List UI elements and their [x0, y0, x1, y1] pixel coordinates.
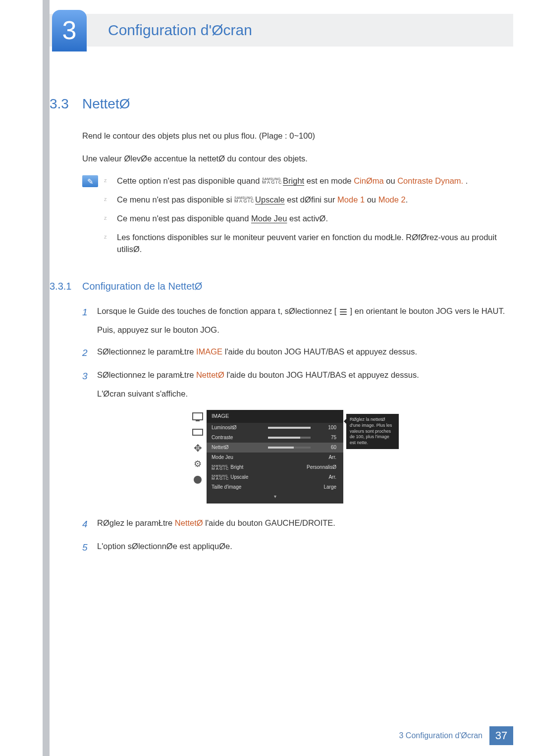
note-text: Cette option n'est pas disponible quand	[117, 176, 262, 185]
step-item: 2 SØlectionnez le paramŁtre IMAGE l'aide…	[82, 346, 505, 360]
osd-panel: IMAGE LuminositØ100Contraste75NettetØ60M…	[207, 410, 343, 503]
note-text: Les fonctions disponibles sur le moniteu…	[117, 232, 505, 255]
note-item: z Ce menu n'est pas disponible si SAMSUN…	[104, 194, 505, 206]
osd-row-label: Mode Jeu	[212, 454, 272, 461]
step-number: 5	[82, 541, 97, 554]
note-item: z Ce menu n'est pas disponible quand Mod…	[104, 213, 505, 225]
step-text: SØlectionnez le paramŁtre NettetØ l'aide…	[97, 369, 505, 381]
rectangle-icon	[192, 428, 203, 437]
left-margin-bar	[43, 0, 50, 756]
osd-row-label: Contraste	[212, 434, 268, 442]
step-text: Puis, appuyez sur le bouton JOG.	[97, 324, 505, 336]
osd-row-label: SAMSUNGMAGICUpscale	[212, 474, 272, 481]
osd-row: NettetØ60	[207, 443, 343, 453]
move-icon	[192, 444, 203, 453]
osd-row: SAMSUNGMAGICUpscaleArr.	[207, 472, 343, 482]
osd-row-label: NettetØ	[212, 444, 268, 452]
step-item: 3 SØlectionnez le paramŁtre NettetØ l'ai…	[82, 369, 505, 400]
note-highlight: CinØma	[354, 176, 384, 185]
step-text: Lorsque le Guide des touches de fonction…	[97, 305, 505, 317]
chapter-title: Configuration d'Øcran	[108, 19, 252, 41]
subsection-title: Configuration de la NettetØ	[82, 279, 202, 294]
osd-value: 60	[315, 444, 336, 452]
note-term: Bright	[283, 176, 304, 185]
bullet-icon: z	[104, 175, 117, 187]
step-text: SØlectionnez le paramŁtre IMAGE l'aide d…	[97, 346, 505, 358]
osd-row-label: SAMSUNGMAGICBright	[212, 464, 272, 471]
samsung-magic-label: SAMSUNGMAGIC	[234, 196, 255, 203]
step-text: RØglez le paramŁtre NettetØ l'aide du bo…	[97, 517, 505, 529]
footer-page-number: 37	[489, 726, 513, 745]
osd-row-label: LuminositØ	[212, 424, 268, 432]
osd-value: PersonnalisØ	[272, 464, 336, 471]
osd-row-label: Taille d'image	[212, 484, 272, 491]
step-number: 1	[82, 305, 97, 336]
chapter-number-badge: 3	[52, 10, 87, 51]
step-item: 5 L'option sØlectionnØe est appliquØe.	[82, 541, 505, 554]
osd-value: 75	[315, 434, 336, 442]
osd-row: LuminositØ100	[207, 423, 343, 433]
chevron-down-icon: ▾	[207, 492, 343, 502]
section-title: NettetØ	[82, 94, 130, 114]
gear-icon	[192, 459, 203, 468]
osd-row: Mode JeuArr.	[207, 453, 343, 462]
bullet-icon: z	[104, 213, 117, 225]
osd-slider	[268, 437, 311, 439]
osd-value: Large	[272, 484, 336, 491]
osd-side-icons	[189, 410, 207, 486]
note-term: Upscale	[255, 195, 285, 204]
osd-slider	[268, 427, 311, 429]
step-text: L'option sØlectionnØe est appliquØe.	[97, 541, 505, 553]
intro-paragraph: Une valeur ØlevØe accentue la nettetØ du…	[82, 153, 505, 165]
note-term: Mode Jeu	[251, 214, 287, 223]
samsung-magic-label: SAMSUNGMAGIC	[262, 177, 283, 185]
osd-row: Contraste75	[207, 433, 343, 443]
step-highlight: NettetØ	[196, 370, 224, 379]
step-number: 3	[82, 369, 97, 400]
subsection-number: 3.3.1	[50, 279, 82, 294]
step-number: 2	[82, 346, 97, 360]
bullet-icon: z	[104, 232, 117, 255]
osd-row: Taille d'imageLarge	[207, 482, 343, 492]
step-highlight: IMAGE	[196, 347, 222, 356]
step-number: 4	[82, 517, 97, 531]
step-text: L'Øcran suivant s'affiche.	[97, 388, 505, 400]
chapter-header: Configuration d'Øcran	[50, 14, 513, 47]
menu-icon	[339, 308, 348, 315]
note-text: Ce menu n'est pas disponible quand	[117, 214, 251, 223]
bullet-icon: z	[104, 194, 117, 206]
note-highlight: Contraste Dynam.	[397, 176, 463, 185]
page-footer: 3 Configuration d'Øcran 37	[399, 726, 513, 745]
osd-value: Arr.	[272, 454, 336, 461]
step-item: 4 RØglez le paramŁtre NettetØ l'aide du …	[82, 517, 505, 531]
osd-figure: IMAGE LuminositØ100Contraste75NettetØ60M…	[82, 410, 505, 503]
osd-slider	[268, 447, 311, 449]
osd-row: SAMSUNGMAGICBrightPersonnalisØ	[207, 462, 343, 472]
osd-title: IMAGE	[207, 410, 343, 423]
osd-value: 100	[315, 424, 336, 432]
note-item: z Les fonctions disponibles sur le monit…	[104, 232, 505, 255]
osd-tooltip: RØglez la nettetØ d'une image. Plus les …	[346, 414, 399, 449]
footer-chapter: 3 Configuration d'Øcran	[399, 730, 489, 741]
section-number: 3.3	[50, 94, 82, 114]
note-text: Ce menu n'est pas disponible si	[117, 195, 234, 204]
note-item: z Cette option n'est pas disponible quan…	[104, 175, 505, 187]
intro-paragraph: Rend le contour des objets plus net ou p…	[82, 130, 505, 142]
note-highlight: Mode 1	[337, 195, 365, 204]
step-item: 1 Lorsque le Guide des touches de foncti…	[82, 305, 505, 336]
circle-icon	[192, 475, 203, 484]
note-block: ✎ z Cette option n'est pas disponible qu…	[82, 175, 505, 262]
note-icon: ✎	[82, 175, 98, 187]
note-highlight: Mode 2	[378, 195, 406, 204]
osd-value: Arr.	[272, 474, 336, 481]
monitor-icon	[192, 412, 203, 421]
step-highlight: NettetØ	[175, 518, 203, 527]
